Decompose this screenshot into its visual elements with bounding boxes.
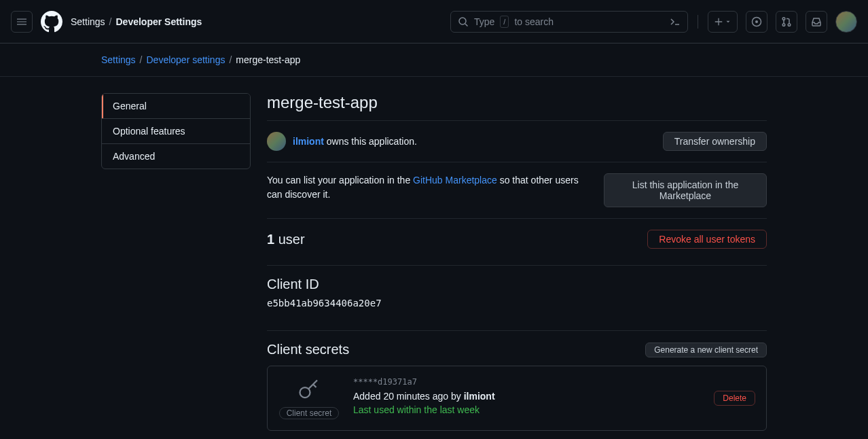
github-logo[interactable] <box>41 11 62 33</box>
secret-info: *****d19371a7 Added 20 minutes ago by il… <box>353 377 700 415</box>
app-title: merge-test-app <box>267 93 767 112</box>
sidebar-item-optional-features[interactable]: Optional features <box>102 119 250 144</box>
breadcrumb-settings[interactable]: Settings <box>101 54 136 65</box>
hamburger-menu-button[interactable] <box>11 11 33 33</box>
transfer-ownership-button[interactable]: Transfer ownership <box>663 132 767 151</box>
breadcrumb-bar: Settings / Developer settings / merge-te… <box>0 43 868 77</box>
client-secrets-heading: Client secrets <box>267 342 349 357</box>
issues-button[interactable] <box>746 11 767 33</box>
caret-down-icon <box>725 18 731 25</box>
header-context: Settings / Developer Settings <box>71 16 202 27</box>
search-prefix: Type <box>474 16 494 27</box>
header-link-developer-settings[interactable]: Developer Settings <box>115 16 202 27</box>
svg-point-3 <box>782 17 785 20</box>
plus-icon <box>714 17 723 27</box>
search-suffix: to search <box>514 16 554 27</box>
client-secrets-header: Client secrets Generate a new client sec… <box>267 331 767 366</box>
notifications-button[interactable] <box>806 11 827 33</box>
svg-point-4 <box>782 23 785 26</box>
client-id-value: e5bb41ab9634406a20e7 <box>267 298 767 330</box>
sidebar: GeneralOptional featuresAdvanced <box>101 93 251 431</box>
secret-added-text: Added 20 minutes ago by ilmiont <box>353 391 700 402</box>
marketplace-text: You can list your application in the Git… <box>267 173 593 202</box>
secret-last-used: Last used within the last week <box>353 404 700 415</box>
inbox-icon <box>811 16 822 27</box>
owner-link[interactable]: ilmiont <box>293 136 324 147</box>
delete-secret-button[interactable]: Delete <box>714 391 755 406</box>
main-content: merge-test-app ilmiont owns this applica… <box>267 93 767 431</box>
github-marketplace-link[interactable]: GitHub Marketplace <box>413 175 497 186</box>
header-sep: / <box>109 16 112 27</box>
user-avatar[interactable] <box>835 11 857 33</box>
owner-suffix: owns this application. <box>324 136 417 147</box>
search-input[interactable]: Type / to search <box>450 11 688 33</box>
client-secret-item: Client secret *****d19371a7 Added 20 min… <box>267 366 767 431</box>
owner-avatar[interactable] <box>267 132 286 151</box>
svg-point-5 <box>788 23 791 26</box>
global-header: Settings / Developer Settings Type / to … <box>0 0 868 43</box>
sidebar-item-general[interactable]: General <box>102 94 250 119</box>
command-palette-icon <box>670 16 681 27</box>
pull-requests-button[interactable] <box>776 11 797 33</box>
header-divider <box>698 15 698 29</box>
user-count: 1 user <box>267 232 305 247</box>
header-link-settings[interactable]: Settings <box>71 16 105 27</box>
revoke-all-tokens-button[interactable]: Revoke all user tokens <box>647 230 767 249</box>
owner-text: ilmiont owns this application. <box>293 136 417 147</box>
svg-point-0 <box>459 18 466 24</box>
search-slash-key: / <box>500 16 509 28</box>
owner-row: ilmiont owns this application. Transfer … <box>267 121 767 162</box>
breadcrumb-sep: / <box>229 54 232 65</box>
secret-masked-value: *****d19371a7 <box>353 377 700 387</box>
list-in-marketplace-button[interactable]: List this application in the Marketplace <box>604 173 767 207</box>
secret-added-by: ilmiont <box>464 391 495 402</box>
issue-icon <box>751 16 762 27</box>
marketplace-row: You can list your application in the Git… <box>267 162 767 218</box>
svg-point-2 <box>755 20 758 23</box>
breadcrumb-current: merge-test-app <box>236 54 300 65</box>
client-id-heading: Client ID <box>267 266 767 298</box>
hamburger-icon <box>16 16 27 27</box>
github-mark-icon <box>41 11 62 33</box>
generate-new-client-secret-button[interactable]: Generate a new client secret <box>645 343 767 357</box>
users-row: 1 user Revoke all user tokens <box>267 219 767 265</box>
key-icon <box>297 377 321 402</box>
breadcrumb-sep: / <box>140 54 143 65</box>
search-icon <box>458 16 469 27</box>
create-new-button[interactable] <box>708 11 738 33</box>
breadcrumb-developer-settings[interactable]: Developer settings <box>146 54 225 65</box>
secret-icon-column: Client secret <box>278 377 340 419</box>
sidebar-item-advanced[interactable]: Advanced <box>102 144 250 169</box>
client-secret-pill: Client secret <box>279 407 340 419</box>
pull-request-icon <box>781 16 792 27</box>
